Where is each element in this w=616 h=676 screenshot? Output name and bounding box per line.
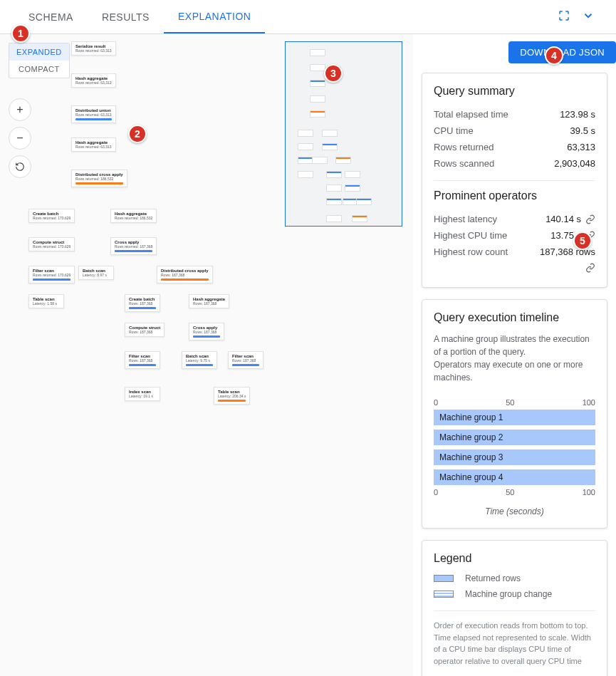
highest-cpu-label: Highest CPU time: [434, 230, 507, 241]
timeline-bar[interactable]: Machine group 1: [434, 410, 595, 425]
tab-explanation[interactable]: EXPLANATION: [164, 1, 266, 33]
callout-4: 4: [545, 46, 563, 65]
plan-node[interactable]: Filter scanRows: 187,368: [228, 351, 263, 369]
rows-returned-label: Rows returned: [434, 142, 494, 152]
callout-3: 3: [324, 64, 343, 83]
plan-node[interactable]: Create batchRows returned: 170,629: [28, 209, 75, 223]
zoom-reset-button[interactable]: [9, 155, 31, 178]
timeline-bar[interactable]: Machine group 2: [434, 430, 595, 445]
fullscreen-icon[interactable]: [558, 9, 570, 24]
legend-fine-print: Order of execution reads from bottom to …: [434, 610, 595, 667]
view-toggle: EXPANDED COMPACT: [9, 43, 70, 78]
highest-rows-label: Highest row count: [434, 246, 508, 257]
query-summary-title: Query summary: [434, 85, 595, 98]
plan-node[interactable]: Filter scanRows: 187,368: [125, 351, 160, 369]
plan-node[interactable]: Distributed cross applyRows returned: 18…: [71, 170, 127, 187]
timeline-xlabel: Time (seconds): [434, 506, 595, 516]
plan-node[interactable]: Distributed cross applyRows: 187,368: [157, 266, 213, 284]
plan-node[interactable]: Table scanLatency: 1.58 s: [28, 294, 64, 308]
plan-node[interactable]: Hash aggregateRows: 187,368: [189, 294, 229, 308]
timeline-bar[interactable]: Machine group 4: [434, 469, 595, 485]
link-icon[interactable]: [585, 263, 595, 273]
machine-group-label: Machine group change: [465, 589, 552, 599]
plan-node[interactable]: Hash aggregateRows returned: 63,313: [71, 73, 116, 88]
plan-node[interactable]: Hash aggregateRows returned: 63,313: [71, 137, 116, 152]
plan-node[interactable]: Batch scanLatency: 9.75 s: [182, 351, 217, 369]
plan-node[interactable]: Table scanLatency: 206.34 s: [214, 387, 250, 405]
view-expanded-button[interactable]: EXPANDED: [9, 43, 69, 61]
total-elapsed-value: 123.98 s: [560, 109, 595, 120]
plan-node[interactable]: Index scanLatency: 19.1 s: [125, 387, 160, 401]
timeline-axis-bottom: 0 50 100: [434, 485, 595, 499]
cpu-time-value: 39.5 s: [570, 125, 595, 136]
rows-scanned-value: 2,903,048: [554, 158, 595, 169]
timeline-axis-top: 0 50 100: [434, 395, 595, 410]
plan-node[interactable]: Hash aggregateRows returned: 186,532: [110, 209, 157, 223]
highest-latency-label: Highest latency: [434, 214, 497, 224]
side-panel: DOWNLOAD JSON Query summary Total elapse…: [413, 34, 616, 676]
rows-returned-value: 63,313: [567, 142, 595, 152]
plan-node[interactable]: Create batchRows: 187,368: [125, 294, 160, 312]
rows-scanned-label: Rows scanned: [434, 158, 494, 169]
chevron-down-icon[interactable]: [582, 9, 595, 24]
cpu-time-label: CPU time: [434, 125, 474, 136]
view-compact-button[interactable]: COMPACT: [9, 61, 69, 78]
legend-title: Legend: [434, 552, 595, 565]
zoom-controls: + −: [9, 98, 31, 178]
callout-1: 1: [11, 24, 30, 43]
prominent-operators-title: Prominent operators: [434, 189, 595, 202]
query-summary-card: Query summary Total elapsed time 123.98 …: [422, 73, 607, 288]
total-elapsed-label: Total elapsed time: [434, 109, 508, 120]
minimap[interactable]: [285, 41, 402, 227]
plan-node[interactable]: Serialize resultRows returned: 63,313: [71, 41, 116, 56]
plan-node[interactable]: Compute structRows: 187,368: [125, 323, 165, 337]
tabs-bar: SCHEMA RESULTS EXPLANATION: [0, 0, 616, 34]
callout-2: 2: [128, 125, 147, 143]
zoom-in-button[interactable]: +: [9, 98, 31, 121]
highest-latency-value: 140.14 s: [545, 214, 581, 224]
plan-node[interactable]: Distributed unionRows returned: 63,313: [71, 105, 116, 123]
plan-node[interactable]: Cross applyRows returned: 187,368: [110, 237, 157, 255]
plan-node[interactable]: Compute structRows returned: 170,629: [28, 237, 75, 251]
machine-group-swatch: [434, 591, 454, 598]
plan-canvas[interactable]: EXPANDED COMPACT + − Serialize resultRow…: [0, 34, 413, 676]
plan-node[interactable]: Cross applyRows: 187,368: [189, 323, 224, 340]
plan-node[interactable]: Filter scanRows returned: 170,629: [28, 266, 75, 284]
zoom-out-button[interactable]: −: [9, 127, 31, 150]
timeline-title: Query execution timeline: [434, 311, 595, 324]
timeline-desc: A machine group illustrates the executio…: [434, 333, 595, 384]
returned-rows-label: Returned rows: [465, 573, 521, 583]
legend-card: Legend Returned rows Machine group chang…: [422, 540, 607, 676]
link-icon[interactable]: [585, 214, 595, 224]
callout-5: 5: [573, 232, 592, 250]
timeline-card: Query execution timeline A machine group…: [422, 299, 607, 529]
tab-results[interactable]: RESULTS: [88, 1, 164, 33]
plan-node[interactable]: Batch scanLatency: 8.97 s: [78, 266, 114, 280]
timeline-bar[interactable]: Machine group 3: [434, 449, 595, 465]
returned-rows-swatch: [434, 575, 454, 582]
